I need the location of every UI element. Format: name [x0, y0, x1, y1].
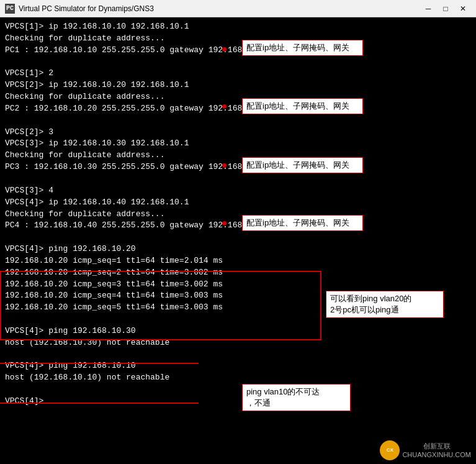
- terminal-area: VPCS[1]> ip 192.168.10.10 192.168.10.1 C…: [0, 17, 476, 464]
- window-controls: ─ □ ✕: [420, 2, 471, 16]
- red-underline-2: [0, 403, 199, 404]
- close-button[interactable]: ✕: [455, 2, 471, 16]
- terminal-content: VPCS[1]> ip 192.168.10.10 192.168.10.1 C…: [5, 21, 471, 407]
- annotation-6: ping vlan10的不可达 ，不通: [242, 384, 351, 411]
- app-icon: PC: [5, 4, 15, 14]
- watermark-line1: 创新互联: [402, 442, 471, 450]
- annotation-3: 配置ip地址、子网掩码、网关: [242, 157, 363, 173]
- title-bar: PC Virtual PC Simulator for Dynamips/GNS…: [0, 0, 476, 17]
- app-icon-text: PC: [6, 5, 14, 12]
- red-dot-2: [222, 104, 227, 109]
- watermark-logo: CX: [380, 440, 400, 460]
- red-dot-3: [222, 163, 227, 168]
- red-dot-4: [222, 221, 227, 225]
- red-underline-1: [0, 363, 199, 364]
- watermark-line2: CHUANGXINHU.COM: [402, 450, 471, 459]
- annotation-2: 配置ip地址、子网掩码、网关: [242, 98, 363, 114]
- annotation-1: 配置ip地址、子网掩码、网关: [242, 40, 363, 56]
- maximize-button[interactable]: □: [438, 2, 454, 16]
- watermark-logo-text: CX: [387, 447, 393, 453]
- watermark: CX 创新互联 CHUANGXINHU.COM: [380, 440, 471, 460]
- watermark-text: 创新互联 CHUANGXINHU.COM: [402, 442, 471, 460]
- annotation-5: 可以看到ping vlan20的 2号pc机可以ping通: [326, 291, 444, 318]
- annotation-4: 配置ip地址、子网掩码、网关: [242, 215, 363, 231]
- red-dot-1: [222, 47, 227, 52]
- window-title: Virtual PC Simulator for Dynamips/GNS3: [19, 4, 420, 13]
- minimize-button[interactable]: ─: [420, 2, 436, 16]
